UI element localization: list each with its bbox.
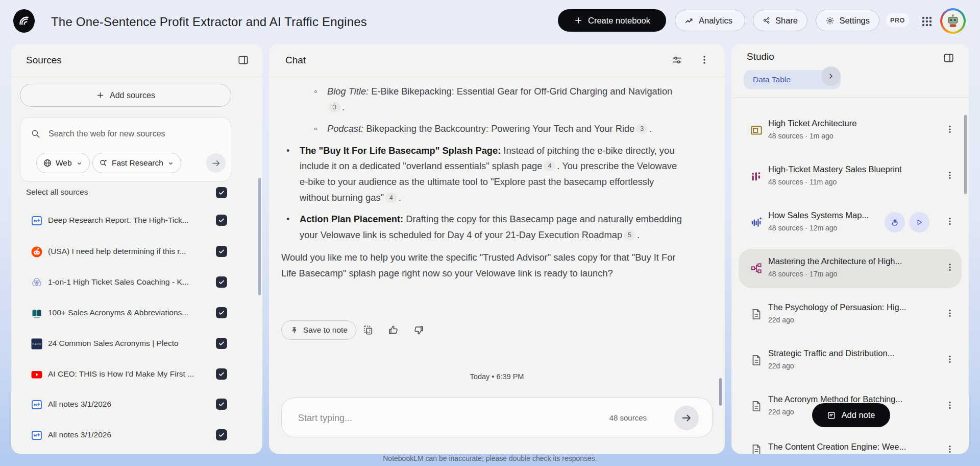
thumbs-down-icon[interactable] bbox=[413, 324, 424, 338]
sources-panel: Sources Add sources Search the web for n… bbox=[11, 44, 262, 454]
add-sources-button[interactable]: Add sources bbox=[20, 84, 231, 107]
item-menu-icon[interactable] bbox=[945, 124, 955, 134]
circle-bullet: ◦ bbox=[314, 84, 327, 115]
pro-badge: PRO bbox=[886, 13, 909, 27]
item-menu-icon[interactable] bbox=[945, 216, 955, 226]
create-notebook-button[interactable]: Create notebook bbox=[558, 9, 666, 32]
date-divider: Today • 6:39 PM bbox=[269, 372, 725, 381]
web-filter-dropdown[interactable]: Web bbox=[36, 153, 90, 173]
settings-button[interactable]: Settings bbox=[816, 10, 879, 31]
studio-item[interactable]: Strategic Traffic and Distribution... 22… bbox=[731, 347, 969, 374]
source-checkbox[interactable] bbox=[216, 246, 227, 257]
source-row[interactable]: All notes 3/1/2026 bbox=[11, 397, 262, 413]
studio-item-meta: 22d ago bbox=[768, 408, 794, 416]
search-submit-button[interactable] bbox=[206, 153, 226, 173]
source-title: AI CEO: THIS is How I'd Make My First ..… bbox=[48, 369, 206, 379]
venn-icon bbox=[31, 276, 43, 289]
expand-chip-button[interactable] bbox=[821, 66, 841, 86]
source-checkbox[interactable] bbox=[216, 368, 227, 380]
citation-badge[interactable]: 5 bbox=[624, 230, 635, 240]
studio-item[interactable]: The Psychology of Persuasion: Hig... 22d… bbox=[731, 301, 969, 328]
notebooklm-logo-icon[interactable] bbox=[13, 9, 35, 33]
save-to-note-button[interactable]: Save to note bbox=[281, 320, 356, 340]
youtube-icon bbox=[31, 368, 43, 381]
chat-input[interactable] bbox=[297, 398, 554, 438]
source-row[interactable]: (USA) I need help determining if this r.… bbox=[11, 244, 262, 260]
source-checkbox[interactable] bbox=[216, 338, 227, 349]
item-menu-icon[interactable] bbox=[945, 354, 955, 364]
citation-badge[interactable]: 3 bbox=[636, 124, 648, 134]
studio-item-meta: 48 sources · 11m ago bbox=[768, 178, 837, 186]
web-search-input[interactable]: Search the web for new sources bbox=[48, 129, 165, 138]
item-menu-icon[interactable] bbox=[945, 444, 955, 454]
source-row[interactable]: All notes 3/1/2026 bbox=[11, 427, 262, 444]
source-row[interactable]: AI CEO: THIS is How I'd Make My First ..… bbox=[11, 366, 262, 383]
collapse-sources-icon[interactable] bbox=[237, 54, 249, 68]
item-menu-icon[interactable] bbox=[945, 170, 955, 180]
source-checkbox[interactable] bbox=[216, 307, 227, 318]
thumbs-up-icon[interactable] bbox=[388, 324, 399, 338]
circle-bullet: ◦ bbox=[314, 121, 327, 137]
web-search-card: Search the web for new sources Web Fast … bbox=[20, 117, 231, 182]
chat-settings-icon[interactable] bbox=[671, 54, 683, 68]
sparkle-search-icon bbox=[99, 158, 108, 168]
studio-scrollbar[interactable] bbox=[964, 115, 967, 194]
studio-item[interactable]: The Content Creation Engine: Wee... bbox=[731, 439, 969, 454]
item-menu-icon[interactable] bbox=[945, 400, 955, 410]
copy-icon[interactable] bbox=[362, 324, 374, 338]
chevron-down-icon bbox=[76, 159, 83, 167]
citation-badge[interactable]: 4 bbox=[385, 193, 397, 203]
share-icon bbox=[763, 16, 771, 25]
select-all-checkbox[interactable] bbox=[216, 187, 227, 198]
studio-item[interactable]: High-Ticket Mastery Sales Blueprint 48 s… bbox=[731, 163, 969, 190]
avatar-robot-image bbox=[942, 10, 964, 32]
source-title: 24 Common Sales Acronyms | Plecto bbox=[48, 339, 206, 348]
citation-badge[interactable]: 3 bbox=[329, 102, 340, 112]
analytics-button[interactable]: Analytics bbox=[675, 10, 745, 31]
user-avatar[interactable] bbox=[940, 8, 966, 34]
source-title: (USA) I need help determining if this r.… bbox=[48, 247, 206, 256]
chat-panel: Chat ◦ Blog Title: E-Bike Bikepacking: E… bbox=[269, 44, 725, 454]
source-row[interactable]: 100+ Sales Acronyms & Abbreviations... bbox=[11, 305, 262, 321]
add-note-button[interactable]: Add note bbox=[812, 403, 890, 427]
studio-item[interactable]: How Sales Systems Map... 48 sources · 12… bbox=[731, 209, 969, 236]
analytics-label: Analytics bbox=[699, 16, 732, 26]
notebook-title[interactable]: The One-Sentence Profit Extractor and AI… bbox=[51, 15, 367, 29]
reddit-icon bbox=[31, 246, 43, 258]
sources-header: Sources bbox=[11, 44, 262, 77]
assistant-message: ◦ Blog Title: E-Bike Bikepacking: Essent… bbox=[281, 84, 685, 282]
source-checkbox[interactable] bbox=[216, 215, 227, 226]
research-mode-dropdown[interactable]: Fast Research bbox=[92, 153, 181, 173]
apps-grid-icon[interactable] bbox=[920, 14, 934, 29]
source-row[interactable]: 1-on-1 High Ticket Sales Coaching - K... bbox=[11, 274, 262, 291]
share-button[interactable]: Share bbox=[753, 10, 807, 31]
web-filter-label: Web bbox=[56, 158, 72, 168]
bullet-lead: Blog Title: bbox=[327, 86, 369, 97]
play-icon bbox=[915, 218, 924, 227]
studio-item-meta: 48 sources · 1m ago bbox=[768, 132, 834, 140]
chevron-down-icon bbox=[167, 159, 175, 167]
book-icon bbox=[31, 307, 43, 319]
source-checkbox[interactable] bbox=[216, 276, 227, 288]
citation-badge[interactable]: 4 bbox=[544, 161, 555, 171]
send-button[interactable] bbox=[674, 406, 699, 430]
plecto-icon: PLECTO bbox=[31, 338, 43, 350]
arrow-right-icon bbox=[681, 412, 692, 424]
studio-item[interactable]: High Ticket Architecture 48 sources · 1m… bbox=[731, 117, 969, 144]
sources-scrollbar[interactable] bbox=[258, 178, 261, 295]
hand-wave-icon bbox=[890, 217, 900, 227]
source-checkbox[interactable] bbox=[216, 399, 227, 410]
interactive-mode-button[interactable] bbox=[885, 212, 905, 232]
collapse-studio-icon[interactable] bbox=[943, 52, 954, 66]
chat-scrollbar[interactable] bbox=[719, 378, 722, 406]
play-button[interactable] bbox=[909, 212, 929, 232]
chat-bullet: • The "Buy It For Life Basecamp" Splash … bbox=[286, 143, 685, 205]
studio-item-selected[interactable]: Mastering the Architecture of High... 48… bbox=[731, 255, 969, 282]
chat-menu-icon[interactable] bbox=[699, 54, 710, 67]
source-row[interactable]: PLECTO 24 Common Sales Acronyms | Plecto bbox=[11, 336, 262, 352]
item-menu-icon[interactable] bbox=[945, 262, 955, 272]
item-menu-icon[interactable] bbox=[945, 308, 955, 318]
disc-bullet: • bbox=[286, 212, 300, 243]
source-row[interactable]: Deep Research Report: The High-Tick... bbox=[11, 213, 262, 229]
source-checkbox[interactable] bbox=[216, 429, 227, 440]
